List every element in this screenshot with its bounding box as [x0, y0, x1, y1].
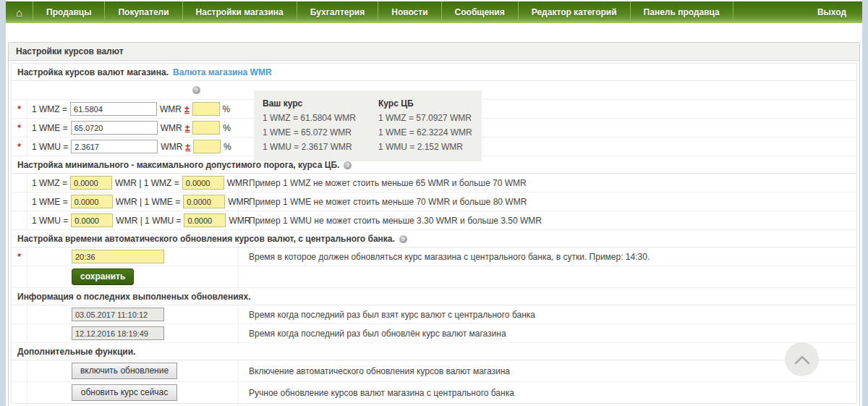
home-icon[interactable]: ⌂	[6, 1, 33, 23]
nav-item-accounting[interactable]: Бухгалтерия	[297, 1, 379, 23]
max-label: WMR | 1 WMU =	[116, 216, 181, 226]
nav-item-news[interactable]: Новости	[378, 1, 441, 23]
rate-input-wmz[interactable]	[70, 102, 157, 116]
minmax-row-wmu: 1 WMU = WMR | 1 WMU = WMR Пример 1 WMU н…	[12, 211, 856, 230]
home-icon-glyph: ⌂	[16, 7, 22, 19]
update-now-button[interactable]: обновить курс сейчас	[72, 384, 177, 401]
min-input-wme[interactable]	[71, 195, 113, 208]
nav-item-category-editor[interactable]: Редактор категорий	[519, 1, 631, 23]
minmax-controls-wmu: 1 WMU = WMR | 1 WMU = WMR	[27, 211, 239, 229]
empty-star-cell	[12, 174, 27, 192]
empty-cell	[239, 275, 856, 279]
rates-section-heading: Настройка курсов валют магазина. Валюта …	[12, 64, 856, 81]
rate-controls-wme: 1 WME = WMR ± %	[27, 119, 255, 137]
plus-minus-toggle[interactable]: ±	[184, 104, 190, 114]
settings-form: Настройка курсов валют магазина. Валюта …	[11, 63, 857, 404]
plus-minus-toggle[interactable]: ±	[185, 123, 190, 133]
percent-sign: %	[223, 104, 231, 114]
shop-currency-link[interactable]: Валюта магазина WMR	[173, 67, 272, 77]
your-rate-wmz: 1 WMZ = 61.5804 WMR	[263, 111, 378, 125]
rates-area: ? * 1 WMZ = WMR ± %	[12, 81, 856, 156]
percent-input-wmz[interactable]	[192, 102, 220, 116]
extra-section-heading: Дополнительные функции.	[12, 343, 856, 360]
last-shop-update-time	[72, 326, 164, 340]
rate-controls-wmz: 1 WMZ = WMR ± %	[27, 100, 255, 118]
required-mark: *	[12, 138, 27, 156]
help-icon[interactable]: ?	[399, 235, 407, 243]
percent-input-wme[interactable]	[192, 121, 220, 135]
page-title: Настройки курсов валют	[9, 43, 859, 61]
min-label: 1 WME =	[32, 197, 68, 207]
nav-item-messages[interactable]: Сообщения	[442, 1, 519, 23]
time-section-heading: Настройка времени автоматического обновл…	[12, 230, 856, 248]
rate-input-wme[interactable]	[71, 121, 158, 135]
rates-comparison-table: Ваш курс Курс ЦБ 1 WMZ = 61.5804 WMR 1 W…	[254, 90, 482, 161]
minmax-example-wmz: Пример 1 WMZ не может стоить меньше 65 W…	[239, 176, 856, 190]
cb-rate-wmu: 1 WMU = 2.152 WMR	[378, 140, 463, 154]
percent-sign: %	[224, 142, 231, 152]
your-rate-wme: 1 WME = 65.072 WMR	[263, 125, 378, 140]
nav-item-buyers[interactable]: Покупатели	[105, 1, 182, 23]
extra-row-update-now: обновить курс сейчас Ручное обновление к…	[12, 382, 856, 403]
time-description: Время в которое должен обновляться курс …	[239, 250, 856, 264]
info-row-cb-taken: Время когда последний раз был взят курс …	[12, 305, 856, 324]
empty-star-cell	[12, 266, 27, 287]
nav-item-seller-panel[interactable]: Панель продавца	[631, 1, 733, 23]
logout-button[interactable]: Выход	[804, 1, 862, 23]
empty-star-cell	[12, 360, 27, 381]
minmax-controls-wmz: 1 WMZ = WMR | 1 WMZ = WMR	[27, 174, 239, 192]
table-row: 1 WMU = 2.3617 WMR 1 WMU = 2.152 WMR	[263, 140, 473, 154]
max-input-wme[interactable]	[183, 195, 225, 208]
your-rate-wmu: 1 WMU = 2.3617 WMR	[263, 140, 378, 154]
empty-star-cell	[12, 382, 27, 403]
max-input-wmz[interactable]	[182, 176, 224, 190]
info-description: Время когда последний раз был обновлён к…	[239, 326, 856, 341]
table-row: 1 WMZ = 61.5804 WMR 1 WMZ = 57.0927 WMR	[263, 111, 473, 125]
max-input-wmu[interactable]	[184, 213, 226, 227]
minmax-example-wme: Пример 1 WME не может стоить меньше 70 W…	[239, 195, 856, 209]
table-header-row: Ваш курс Курс ЦБ	[263, 96, 473, 111]
help-icon[interactable]: ?	[344, 161, 352, 169]
update-time-input[interactable]	[72, 250, 164, 263]
empty-star-cell	[12, 324, 27, 342]
enable-update-button[interactable]: включить обновление	[72, 363, 177, 379]
extra-description: Включение автоматического обновления кур…	[239, 364, 856, 378]
min-input-wmu[interactable]	[71, 213, 113, 227]
empty-star-cell	[12, 193, 27, 211]
min-input-wmz[interactable]	[70, 176, 112, 190]
nav-item-shop-settings[interactable]: Настройки магазина	[183, 1, 297, 23]
minmax-row-wmz: 1 WMZ = WMR | 1 WMZ = WMR Пример 1 WMZ н…	[12, 174, 856, 193]
cb-rate-wme: 1 WME = 62.3224 WMR	[378, 125, 472, 140]
percent-input-wmu[interactable]	[193, 140, 221, 153]
rate-input-wmu[interactable]	[71, 140, 158, 153]
rate-label: 1 WMZ =	[32, 104, 67, 114]
rate-label: 1 WME =	[32, 123, 68, 133]
nav-item-sellers[interactable]: Продавцы	[33, 1, 105, 23]
rates-heading-text: Настройка курсов валют магазина.	[17, 67, 169, 77]
minmax-row-wme: 1 WME = WMR | 1 WME = WMR Пример 1 WME н…	[12, 193, 856, 211]
time-heading-text: Настройка времени автоматического обновл…	[17, 234, 395, 244]
info-controls	[27, 324, 239, 342]
extra-heading-text: Дополнительные функции.	[17, 347, 135, 357]
plus-minus-toggle[interactable]: ±	[185, 142, 190, 152]
empty-star-cell	[12, 211, 27, 229]
help-icon[interactable]: ?	[192, 86, 200, 94]
info-description: Время когда последний раз был взят курс …	[239, 308, 856, 322]
last-cb-fetch-time	[72, 308, 164, 321]
page: ⌂ Продавцы Покупатели Настройки магазина…	[6, 0, 862, 406]
info-heading-text: Информация о последних выполненых обновл…	[17, 292, 251, 302]
extra-description: Ручное обновление курсов валют магазина …	[239, 386, 856, 400]
save-controls: сохранить	[27, 266, 239, 287]
extra-row-enable-update: включить обновление Включение автоматиче…	[12, 360, 856, 382]
scroll-to-top-button[interactable]	[785, 342, 819, 376]
save-button[interactable]: сохранить	[72, 268, 134, 285]
top-nav: ⌂ Продавцы Покупатели Настройки магазина…	[6, 1, 862, 23]
min-label: 1 WMU =	[32, 216, 68, 226]
unit-label: WMR	[160, 104, 182, 114]
percent-sign: %	[223, 123, 231, 133]
minmax-heading-text: Настройка минимального - максимального д…	[17, 160, 339, 170]
required-mark: *	[12, 100, 27, 118]
minmax-controls-wme: 1 WME = WMR | 1 WME = WMR	[27, 193, 239, 211]
extra-controls: включить обновление	[27, 360, 239, 381]
cb-rate-wmz: 1 WMZ = 57.0927 WMR	[378, 111, 472, 125]
